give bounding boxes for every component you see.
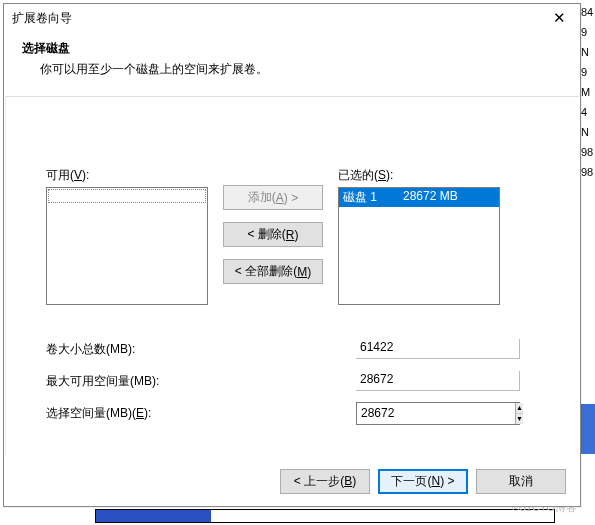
page-heading: 选择磁盘 [22, 40, 564, 57]
footer: < 上一步(B) 下一页(N) > 取消 [4, 456, 580, 506]
select-space-input[interactable] [357, 403, 515, 424]
background-text: 849 N9 M 4 N9898 [581, 0, 595, 182]
body: 可用(V): 添加(A) > < 删除(R) < 全部删除(M) 已选的(S):… [5, 96, 579, 456]
titlebar: 扩展卷向导 ✕ [4, 4, 580, 32]
background-stripe [581, 404, 595, 454]
available-listbox[interactable] [46, 187, 208, 305]
max-space-value: 28672 [356, 371, 520, 391]
background-progress [95, 509, 555, 523]
select-space-spinner[interactable]: ▲ ▼ [356, 402, 520, 425]
remove-all-button[interactable]: < 全部删除(M) [223, 259, 323, 284]
selected-listbox[interactable]: 磁盘 1 28672 MB [338, 187, 500, 305]
header: 选择磁盘 你可以用至少一个磁盘上的空间来扩展卷。 [4, 32, 580, 96]
remove-button[interactable]: < 删除(R) [223, 222, 323, 247]
available-label: 可用(V): [46, 167, 208, 184]
max-space-label: 最大可用空间量(MB): [46, 373, 356, 390]
page-subheading: 你可以用至少一个磁盘上的空间来扩展卷。 [22, 61, 564, 78]
add-button: 添加(A) > [223, 185, 323, 210]
spin-up-icon[interactable]: ▲ [516, 403, 523, 414]
dialog-title: 扩展卷向导 [12, 10, 538, 27]
select-space-label: 选择空间量(MB)(E): [46, 405, 356, 422]
total-size-value: 61422 [356, 339, 520, 359]
cancel-button[interactable]: 取消 [476, 469, 566, 494]
extend-volume-wizard-dialog: 扩展卷向导 ✕ 选择磁盘 你可以用至少一个磁盘上的空间来扩展卷。 可用(V): … [3, 3, 581, 507]
close-button[interactable]: ✕ [538, 4, 580, 32]
selected-label: 已选的(S): [338, 167, 500, 184]
total-size-label: 卷大小总数(MB): [46, 341, 356, 358]
next-button[interactable]: 下一页(N) > [378, 469, 468, 494]
close-icon: ✕ [553, 9, 566, 27]
back-button[interactable]: < 上一步(B) [280, 469, 370, 494]
spin-down-icon[interactable]: ▼ [516, 414, 523, 424]
list-item[interactable]: 磁盘 1 28672 MB [339, 188, 499, 207]
list-item[interactable] [48, 189, 206, 203]
